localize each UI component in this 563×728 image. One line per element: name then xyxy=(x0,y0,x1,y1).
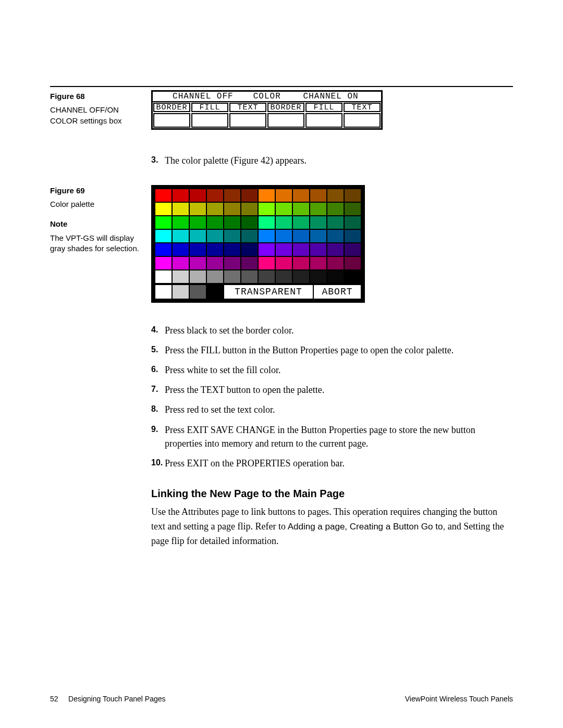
transparent-button[interactable]: TRANSPARENT xyxy=(224,285,313,299)
palette-swatch[interactable] xyxy=(224,230,240,242)
palette-swatch[interactable] xyxy=(190,230,206,242)
palette-swatch[interactable] xyxy=(293,203,309,215)
palette-swatch[interactable] xyxy=(207,270,223,283)
palette-swatch[interactable] xyxy=(259,203,275,215)
settings-value-text-off[interactable] xyxy=(229,113,266,128)
palette-swatch[interactable] xyxy=(207,230,223,242)
palette-swatch[interactable] xyxy=(190,216,206,229)
palette-swatch[interactable] xyxy=(327,270,344,283)
settings-value-border-off[interactable] xyxy=(153,113,190,128)
palette-swatch[interactable] xyxy=(190,285,206,299)
palette-swatch[interactable] xyxy=(241,230,258,242)
palette-swatch[interactable] xyxy=(345,257,361,269)
palette-swatch[interactable] xyxy=(155,270,172,283)
palette-swatch[interactable] xyxy=(173,257,189,269)
palette-swatch[interactable] xyxy=(293,216,309,229)
palette-swatch[interactable] xyxy=(241,189,258,202)
palette-swatch[interactable] xyxy=(327,230,344,242)
palette-swatch[interactable] xyxy=(345,189,361,202)
palette-swatch[interactable] xyxy=(207,257,223,269)
palette-swatch[interactable] xyxy=(173,203,189,215)
palette-swatch[interactable] xyxy=(155,230,172,242)
palette-swatch[interactable] xyxy=(173,270,189,283)
palette-swatch[interactable] xyxy=(155,203,172,215)
palette-swatch[interactable] xyxy=(241,257,258,269)
palette-swatch[interactable] xyxy=(259,257,275,269)
palette-swatch[interactable] xyxy=(241,270,258,283)
palette-swatch[interactable] xyxy=(276,270,292,283)
palette-swatch[interactable] xyxy=(276,230,292,242)
palette-swatch[interactable] xyxy=(190,243,206,256)
palette-swatch[interactable] xyxy=(293,243,309,256)
step-5: 5. Press the FILL button in the Button P… xyxy=(151,343,513,357)
palette-swatch[interactable] xyxy=(207,285,223,299)
palette-swatch[interactable] xyxy=(155,285,172,299)
palette-swatch[interactable] xyxy=(327,189,344,202)
step-7: 7. Press the TEXT button to open the pal… xyxy=(151,383,513,397)
palette-swatch[interactable] xyxy=(155,216,172,229)
palette-swatch[interactable] xyxy=(259,230,275,242)
palette-swatch[interactable] xyxy=(276,203,292,215)
settings-value-fill-off[interactable] xyxy=(191,113,228,128)
palette-swatch[interactable] xyxy=(173,243,189,256)
palette-swatch[interactable] xyxy=(259,189,275,202)
palette-swatch[interactable] xyxy=(310,230,326,242)
palette-swatch[interactable] xyxy=(155,257,172,269)
palette-swatch[interactable] xyxy=(224,189,240,202)
palette-swatch[interactable] xyxy=(310,243,326,256)
palette-swatch[interactable] xyxy=(173,285,189,299)
abort-button[interactable]: ABORT xyxy=(314,285,361,299)
palette-swatch[interactable] xyxy=(259,216,275,229)
palette-swatch[interactable] xyxy=(241,203,258,215)
palette-swatch[interactable] xyxy=(327,216,344,229)
palette-swatch[interactable] xyxy=(310,216,326,229)
palette-swatch[interactable] xyxy=(155,189,172,202)
palette-swatch[interactable] xyxy=(276,189,292,202)
palette-swatch[interactable] xyxy=(241,243,258,256)
settings-value-border-on[interactable] xyxy=(267,113,304,128)
palette-swatch[interactable] xyxy=(276,243,292,256)
palette-swatch[interactable] xyxy=(327,203,344,215)
palette-swatch[interactable] xyxy=(259,270,275,283)
palette-swatch[interactable] xyxy=(310,270,326,283)
palette-swatch[interactable] xyxy=(345,203,361,215)
palette-swatch[interactable] xyxy=(207,189,223,202)
palette-swatch[interactable] xyxy=(345,216,361,229)
palette-swatch[interactable] xyxy=(224,270,240,283)
palette-swatch[interactable] xyxy=(224,216,240,229)
palette-swatch[interactable] xyxy=(293,270,309,283)
palette-swatch[interactable] xyxy=(224,203,240,215)
palette-swatch[interactable] xyxy=(173,189,189,202)
palette-swatch[interactable] xyxy=(276,216,292,229)
palette-swatch[interactable] xyxy=(173,230,189,242)
palette-swatch[interactable] xyxy=(293,189,309,202)
palette-swatch[interactable] xyxy=(190,257,206,269)
palette-swatch[interactable] xyxy=(276,257,292,269)
step-10: 10. Press EXIT on the PROPERTIES operati… xyxy=(151,456,513,470)
palette-swatch[interactable] xyxy=(345,230,361,242)
palette-swatch[interactable] xyxy=(207,203,223,215)
settings-value-text-on[interactable] xyxy=(344,113,381,128)
palette-swatch[interactable] xyxy=(327,257,344,269)
palette-swatch[interactable] xyxy=(241,216,258,229)
palette-swatch[interactable] xyxy=(173,216,189,229)
palette-swatch[interactable] xyxy=(293,257,309,269)
settings-value-fill-on[interactable] xyxy=(305,113,342,128)
palette-swatch[interactable] xyxy=(310,189,326,202)
palette-swatch[interactable] xyxy=(207,216,223,229)
palette-swatch[interactable] xyxy=(224,257,240,269)
palette-swatch[interactable] xyxy=(207,243,223,256)
palette-swatch[interactable] xyxy=(327,243,344,256)
palette-swatch[interactable] xyxy=(345,243,361,256)
palette-swatch[interactable] xyxy=(293,230,309,242)
palette-swatch[interactable] xyxy=(345,270,361,283)
step-6-number: 6. xyxy=(151,363,165,377)
palette-swatch[interactable] xyxy=(155,243,172,256)
palette-swatch[interactable] xyxy=(190,270,206,283)
palette-swatch[interactable] xyxy=(190,203,206,215)
palette-swatch[interactable] xyxy=(224,243,240,256)
palette-swatch[interactable] xyxy=(190,189,206,202)
palette-swatch[interactable] xyxy=(259,243,275,256)
palette-swatch[interactable] xyxy=(310,203,326,215)
palette-swatch[interactable] xyxy=(310,257,326,269)
